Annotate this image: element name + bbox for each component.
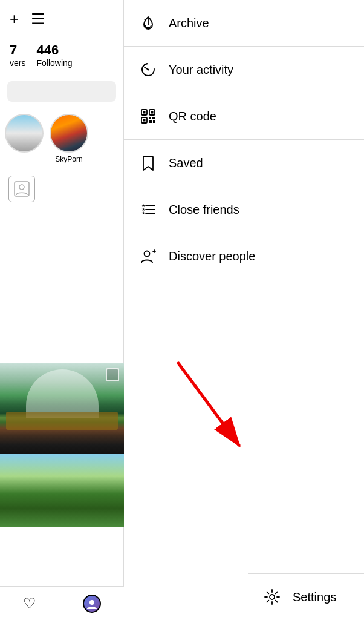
story-avatar-sunset xyxy=(50,114,88,153)
followers-number: 7 xyxy=(10,42,17,58)
svg-point-4 xyxy=(148,69,149,71)
close-friends-icon: ★ ★ ★ xyxy=(138,200,158,219)
menu-item-archive[interactable]: Archive xyxy=(124,0,364,46)
menu-item-saved[interactable]: Saved xyxy=(124,140,364,186)
svg-rect-14 xyxy=(153,120,155,123)
settings-icon xyxy=(262,587,282,607)
bottom-nav: ♡ xyxy=(0,586,124,620)
your-activity-label: Your activity xyxy=(169,63,233,77)
stats-row: 7 vers 446 Following xyxy=(0,33,123,73)
story-avatar-landscape xyxy=(5,114,44,153)
discover-people-label: Discover people xyxy=(169,249,255,263)
archive-label: Archive xyxy=(169,16,209,30)
saved-label: Saved xyxy=(169,156,203,170)
svg-rect-10 xyxy=(143,119,146,122)
svg-rect-12 xyxy=(152,117,155,119)
photo-grid xyxy=(0,363,124,527)
menu-button[interactable]: ☰ xyxy=(31,11,45,27)
followers-stat: 7 vers xyxy=(10,42,25,68)
settings-label: Settings xyxy=(293,590,336,604)
photo-icon-area xyxy=(0,170,123,208)
following-label: Following xyxy=(36,58,72,68)
story-label-skyporn: SkyPorn xyxy=(55,155,82,163)
story-item-landscape[interactable] xyxy=(5,114,44,163)
following-stat[interactable]: 446 Following xyxy=(36,42,72,68)
discover-people-icon xyxy=(138,246,158,266)
right-panel: Archive Your activity xyxy=(124,0,364,620)
menu-item-your-activity[interactable]: Your activity xyxy=(124,47,364,93)
photo-card-1[interactable] xyxy=(0,363,124,454)
svg-text:★: ★ xyxy=(141,211,145,215)
svg-rect-8 xyxy=(151,111,154,114)
left-panel: + ☰ 7 vers 446 Following SkyPorn xyxy=(0,0,124,620)
followers-label: vers xyxy=(10,58,25,68)
svg-point-1 xyxy=(19,185,24,190)
story-item-skyporn[interactable]: SkyPorn xyxy=(50,114,88,163)
svg-point-21 xyxy=(145,251,150,257)
svg-point-2 xyxy=(89,600,94,605)
search-box[interactable] xyxy=(7,81,116,102)
following-number: 446 xyxy=(36,42,59,58)
svg-rect-11 xyxy=(149,117,151,119)
settings-item[interactable]: Settings xyxy=(248,573,364,620)
svg-point-26 xyxy=(270,595,275,599)
menu-item-qr-code[interactable]: QR code xyxy=(124,93,364,139)
photo-card-2[interactable] xyxy=(0,454,124,527)
saved-icon xyxy=(138,153,158,173)
add-button[interactable]: + xyxy=(10,11,19,27)
archive-icon xyxy=(138,13,158,33)
heart-button[interactable]: ♡ xyxy=(23,595,36,612)
svg-line-25 xyxy=(178,363,239,445)
qr-code-icon xyxy=(138,107,158,126)
profile-avatar-nav[interactable] xyxy=(83,595,101,613)
stories-row: SkyPorn xyxy=(0,108,123,170)
photo-person-icon xyxy=(8,176,35,202)
menu-item-discover-people[interactable]: Discover people xyxy=(124,233,364,279)
svg-rect-13 xyxy=(149,120,152,123)
qr-code-label: QR code xyxy=(169,110,216,124)
close-friends-label: Close friends xyxy=(169,203,239,217)
top-icons-bar: + ☰ xyxy=(0,0,123,33)
svg-rect-6 xyxy=(143,111,146,114)
your-activity-icon xyxy=(138,60,158,79)
menu-item-close-friends[interactable]: ★ ★ ★ Close friends xyxy=(124,186,364,232)
